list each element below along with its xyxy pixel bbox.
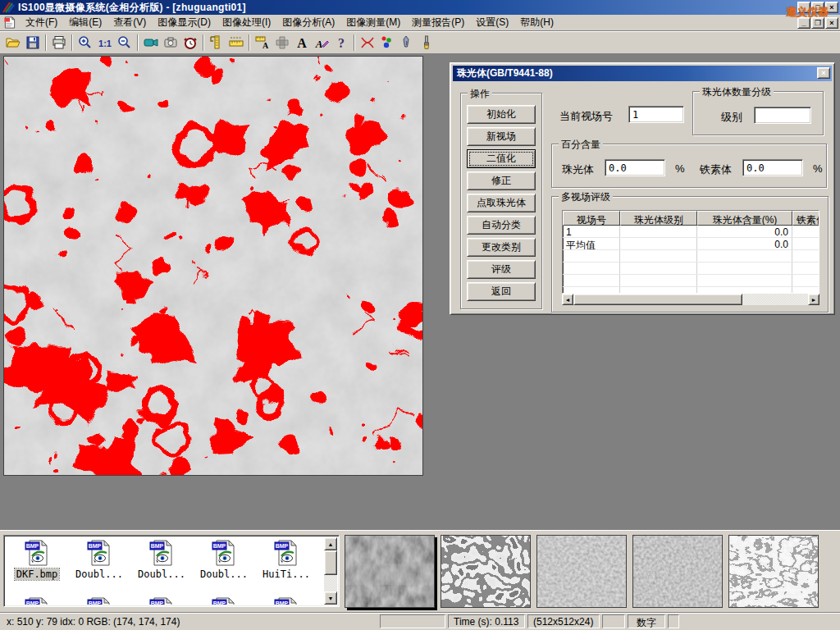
- timer-button[interactable]: [180, 33, 200, 52]
- zoom-out-button[interactable]: [115, 33, 135, 52]
- file-item[interactable]: BMP Doubl...: [68, 537, 130, 595]
- auto-classify-button[interactable]: 自动分类: [467, 216, 536, 235]
- menu-help[interactable]: 帮助(H): [514, 14, 559, 31]
- multi-field-group: 多视场评级 视场号 珠光体级别 珠光体含量(%) 铁素体含量(%) 1 0.0: [551, 196, 829, 313]
- status-position: x: 510 y: 79 idx: 0 RGB: (174, 174, 174): [2, 616, 377, 628]
- pearlite-percent-input[interactable]: 0.0: [605, 159, 665, 176]
- svg-text:BMP: BMP: [89, 543, 102, 549]
- scroll-right-arrow[interactable]: ►: [808, 294, 819, 305]
- toolbar-separator: [71, 34, 73, 51]
- binarize-button[interactable]: 二值化: [467, 149, 536, 168]
- menu-measure-report[interactable]: 测量报告(P): [406, 14, 470, 31]
- thumbnail-2[interactable]: [441, 535, 531, 608]
- file-item[interactable]: BMP: [193, 595, 255, 605]
- file-name: DKF.bmp: [15, 568, 60, 580]
- current-field-input[interactable]: 1: [628, 106, 684, 123]
- bmp-file-icon: BMP: [212, 540, 236, 566]
- ruler-button[interactable]: [226, 33, 246, 52]
- scrollbar-track[interactable]: [324, 550, 337, 591]
- file-item[interactable]: BMP: [6, 595, 68, 605]
- menu-bar: 文件(F) 编辑(E) 查看(V) 图像显示(D) 图像处理(I) 图像分析(A…: [0, 15, 840, 31]
- text-tool-button[interactable]: A: [292, 33, 312, 52]
- multi-field-group-label: 多视场评级: [559, 190, 613, 204]
- file-item[interactable]: BMP: [68, 595, 130, 605]
- file-item[interactable]: BMP Doubl...: [193, 537, 255, 595]
- grade-input[interactable]: [754, 107, 811, 124]
- zoom-in-button[interactable]: [75, 33, 95, 52]
- col-header-ferrite-pct[interactable]: 铁素体含量(%): [792, 211, 819, 226]
- document-icon[interactable]: [3, 16, 16, 29]
- micrograph-image[interactable]: [3, 56, 423, 476]
- thumbnail-4[interactable]: [632, 535, 723, 608]
- scrollbar-thumb[interactable]: [324, 550, 337, 575]
- help-button[interactable]: ?: [331, 33, 351, 52]
- ferrite-percent-input[interactable]: 0.0: [742, 159, 803, 176]
- dialog-body: 操作 初始化 新视场 二值化 修正 点取珠光体 自动分类 更改类别 评级 返回 …: [453, 81, 832, 312]
- vendor-watermark: 遵义仪器: [786, 5, 829, 20]
- scrollbar-track[interactable]: [573, 294, 808, 305]
- file-item[interactable]: BMP DKF.bmp: [6, 537, 68, 595]
- menu-view[interactable]: 查看(V): [107, 14, 152, 31]
- scroll-down-arrow[interactable]: ▼: [324, 591, 337, 605]
- measure-text-button[interactable]: A: [253, 33, 272, 52]
- print-button[interactable]: [49, 33, 69, 52]
- cell-grade: [620, 238, 697, 249]
- thumbnail-5[interactable]: [728, 535, 819, 608]
- menu-edit[interactable]: 编辑(E): [63, 14, 107, 31]
- file-item[interactable]: BMP: [130, 595, 193, 605]
- file-name: Doubl...: [74, 568, 125, 580]
- photo-capture-button[interactable]: [161, 33, 180, 52]
- scroll-up-arrow[interactable]: ▲: [324, 537, 337, 550]
- file-item[interactable]: BMP HuiTi...: [255, 537, 317, 595]
- col-header-pearlite-pct[interactable]: 珠光体含量(%): [697, 211, 792, 226]
- menu-image-process[interactable]: 图像处理(I): [217, 14, 276, 31]
- table-row[interactable]: 1 0.0: [563, 226, 819, 238]
- svg-text:1:1: 1:1: [98, 39, 112, 48]
- caliper-icon: [208, 34, 225, 51]
- scroll-left-arrow[interactable]: ◄: [562, 294, 573, 305]
- table-horizontal-scrollbar[interactable]: ◄ ►: [562, 294, 819, 305]
- file-list[interactable]: BMP DKF.bmp BMP Doubl... BMP: [3, 535, 340, 607]
- dialog-title-bar[interactable]: 珠光体(GB/T9441-88) ×: [453, 66, 832, 81]
- save-button[interactable]: [23, 33, 43, 52]
- table-row[interactable]: 平均值 0.0: [563, 238, 819, 250]
- pick-pearlite-button[interactable]: 点取珠光体: [467, 194, 536, 212]
- classify-dots-button[interactable]: [377, 33, 397, 52]
- file-item[interactable]: BMP Doubl...: [130, 537, 193, 595]
- return-button[interactable]: 返回: [467, 282, 536, 301]
- col-header-field[interactable]: 视场号: [563, 211, 620, 226]
- menu-settings[interactable]: 设置(S): [470, 14, 514, 31]
- zoom-out-icon: [116, 34, 133, 51]
- file-item[interactable]: BMP: [255, 595, 317, 605]
- multi-field-table[interactable]: 视场号 珠光体级别 珠光体含量(%) 铁素体含量(%) 1 0.0: [562, 210, 819, 294]
- menu-file[interactable]: 文件(F): [20, 14, 63, 31]
- init-button[interactable]: 初始化: [467, 105, 536, 124]
- brush-tool-button[interactable]: [417, 33, 436, 52]
- new-field-button[interactable]: 新视场: [467, 127, 536, 146]
- pen-tool-button[interactable]: [397, 33, 417, 52]
- video-capture-button[interactable]: [141, 33, 161, 52]
- dialog-close-button[interactable]: ×: [817, 67, 830, 79]
- menu-image-analysis[interactable]: 图像分析(A): [276, 14, 340, 31]
- svg-text:A: A: [315, 38, 323, 50]
- grade-button[interactable]: 评级: [467, 260, 536, 279]
- zoom-ratio-button[interactable]: 1:1: [95, 33, 115, 52]
- change-class-button[interactable]: 更改类别: [467, 238, 536, 257]
- cell-ferrite-pct: [792, 238, 819, 249]
- scrollbar-thumb[interactable]: [573, 294, 742, 305]
- thumbnail-1[interactable]: [345, 535, 435, 608]
- brush-icon: [418, 34, 435, 51]
- caliper-button[interactable]: [207, 33, 226, 52]
- percent-group: 百分含量 珠光体 0.0 % 铁素体 0.0 %: [551, 144, 827, 188]
- annotate-button[interactable]: A: [312, 33, 331, 52]
- col-header-pearlite-grade[interactable]: 珠光体级别: [620, 211, 697, 226]
- thumbnail-3[interactable]: [536, 535, 627, 608]
- curve-tool-button[interactable]: [358, 33, 377, 52]
- file-list-scrollbar[interactable]: ▲ ▼: [324, 537, 337, 605]
- bmp-file-icon: BMP: [87, 540, 112, 566]
- menu-image-display[interactable]: 图像显示(D): [152, 14, 217, 31]
- correct-button[interactable]: 修正: [467, 171, 536, 190]
- open-file-button[interactable]: [3, 33, 23, 52]
- merge-button[interactable]: [272, 33, 292, 52]
- menu-image-measure[interactable]: 图像测量(M): [340, 14, 406, 31]
